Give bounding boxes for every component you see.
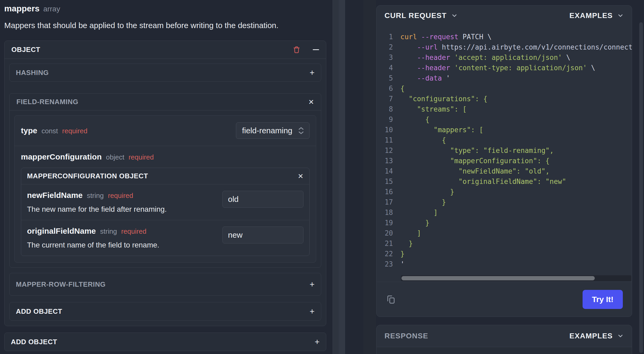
line-number: 11 — [377, 136, 393, 144]
curl-request-dropdown[interactable]: CURL REQUEST — [384, 11, 458, 20]
code-line: 9 { — [377, 114, 632, 125]
code-text: "streams": [ — [400, 105, 467, 113]
object-panel-title: OBJECT — [11, 46, 40, 54]
curl-panel-footer: Try It! — [377, 282, 632, 317]
code-line: 13 "mapperConfiguration": { — [377, 156, 632, 166]
field-renaming-header[interactable]: FIELD-RENAMING ✕ — [10, 94, 321, 110]
collapse-object-button[interactable] — [313, 49, 319, 50]
column-gutter — [363, 0, 376, 354]
curl-request-header: CURL REQUEST EXAMPLES — [377, 6, 632, 26]
curl-request-title: CURL REQUEST — [384, 11, 447, 20]
property-name: mappers — [4, 4, 39, 14]
original-field-name-description: The current name of the field to rename. — [27, 241, 216, 249]
curl-code-block[interactable]: 1curl --request PATCH \2 --url https://a… — [377, 26, 632, 282]
code-line: 21 } — [377, 238, 632, 249]
close-field-renaming-button[interactable]: ✕ — [308, 99, 314, 105]
line-number: 5 — [377, 74, 393, 82]
property-type-badge: array — [43, 5, 60, 13]
add-object-inner-label: ADD OBJECT — [16, 307, 62, 316]
new-field-name-label: newFieldName — [27, 191, 83, 200]
response-title: RESPONSE — [384, 332, 428, 340]
add-object-button-outer[interactable]: ADD OBJECT + — [4, 333, 326, 351]
field-renaming-card: type const required field-renaming — [14, 115, 316, 263]
response-examples-dropdown[interactable]: EXAMPLES — [569, 332, 624, 340]
try-it-button[interactable]: Try It! — [583, 290, 623, 309]
code-line: 19 } — [377, 218, 632, 228]
mapper-configuration-object-panel: MAPPERCONFIGURATION OBJECT ✕ newFieldNam… — [21, 168, 310, 256]
examples-label: EXAMPLES — [569, 11, 613, 20]
code-text: --data ' — [400, 74, 450, 82]
hashing-section-label: HASHING — [16, 69, 49, 77]
code-text: { — [400, 85, 405, 92]
original-field-name-input[interactable] — [222, 227, 303, 244]
field-renaming-label: FIELD-RENAMING — [16, 98, 78, 106]
line-number: 4 — [377, 64, 393, 72]
line-number: 9 — [377, 116, 393, 123]
line-number: 20 — [377, 229, 393, 237]
code-line: 5 --data ' — [377, 73, 632, 83]
expand-hashing-button[interactable]: + — [310, 68, 315, 77]
minus-icon — [313, 49, 319, 50]
response-panel: RESPONSE EXAMPLES — [376, 325, 632, 354]
expand-mapper-row-filtering-button[interactable]: + — [310, 280, 315, 289]
type-required-badge: required — [62, 127, 87, 135]
code-line: 4 --header 'content-type: application/js… — [377, 63, 632, 73]
line-number: 13 — [377, 157, 393, 165]
close-mapper-configuration-button[interactable]: ✕ — [298, 173, 303, 180]
original-field-name-type-badge: string — [100, 227, 117, 236]
plus-button[interactable]: + — [310, 307, 315, 316]
line-number: 16 — [377, 188, 393, 196]
plus-icon: + — [310, 68, 315, 77]
copy-code-button[interactable] — [386, 294, 396, 305]
page-scrollbar-thumb[interactable] — [639, 22, 643, 353]
chevron-down-icon — [617, 333, 624, 339]
add-object-button-inner[interactable]: ADD OBJECT + — [9, 302, 321, 321]
curl-request-panel: CURL REQUEST EXAMPLES 1curl --request PA… — [376, 5, 632, 317]
code-text: } — [400, 250, 405, 258]
line-number: 15 — [377, 178, 393, 185]
code-text: "type": "field-renaming", — [400, 147, 554, 154]
field-renaming-body: type const required field-renaming — [10, 110, 321, 267]
code-text: --header 'accept: application/json' \ — [400, 54, 570, 61]
left-pane-scrollbar-thumb[interactable] — [339, 0, 345, 354]
code-line: 8 "streams": [ — [377, 104, 632, 114]
property-description: Mappers that should be applied to the st… — [4, 21, 332, 30]
code-text: curl --request PATCH \ — [400, 33, 491, 41]
line-number: 6 — [377, 85, 393, 92]
code-horizontal-scrollbar-thumb[interactable] — [401, 276, 595, 280]
code-horizontal-scrollbar-track[interactable] — [401, 275, 631, 281]
copy-icon — [386, 294, 396, 305]
line-number: 3 — [377, 54, 393, 61]
code-text: { — [400, 136, 446, 144]
new-field-name-type-badge: string — [87, 192, 104, 200]
code-text: ] — [400, 209, 438, 216]
left-pane-scrollbar-track[interactable] — [333, 0, 339, 354]
code-line: 1curl --request PATCH \ — [377, 32, 632, 42]
hashing-section[interactable]: HASHING + — [9, 64, 321, 82]
original-field-name-row: originalFieldName string required The cu… — [21, 220, 309, 256]
original-field-name-label: originalFieldName — [27, 227, 96, 236]
plus-button[interactable]: + — [315, 338, 320, 346]
plus-icon: + — [310, 307, 315, 316]
delete-object-button[interactable] — [292, 45, 301, 54]
new-field-name-row: newFieldName string required The new nam… — [21, 184, 309, 220]
code-line: 11 { — [377, 135, 632, 145]
line-number: 18 — [377, 209, 393, 216]
code-line: 6{ — [377, 83, 632, 94]
code-line: 15 "originalFieldName": "new" — [377, 176, 632, 187]
new-field-name-input[interactable] — [222, 191, 303, 208]
line-number: 1 — [377, 33, 393, 41]
object-panel: OBJECT HASHING — [4, 41, 326, 326]
line-number: 22 — [377, 250, 393, 258]
mapper-row-filtering-section[interactable]: MAPPER-ROW-FILTERING + — [9, 273, 321, 296]
close-icon: ✕ — [298, 173, 303, 180]
code-text: "mappers": [ — [400, 126, 483, 134]
code-text: "originalFieldName": "new" — [400, 178, 566, 185]
add-object-outer-label: ADD OBJECT — [11, 338, 57, 346]
code-text: ] — [400, 229, 421, 237]
trash-icon — [292, 45, 301, 54]
type-select[interactable]: field-renaming — [236, 122, 310, 139]
examples-dropdown[interactable]: EXAMPLES — [569, 11, 624, 20]
mapper-configuration-required-badge: required — [128, 153, 154, 161]
code-text: --url https://api.airbyte.com/v1/connect… — [400, 43, 632, 51]
